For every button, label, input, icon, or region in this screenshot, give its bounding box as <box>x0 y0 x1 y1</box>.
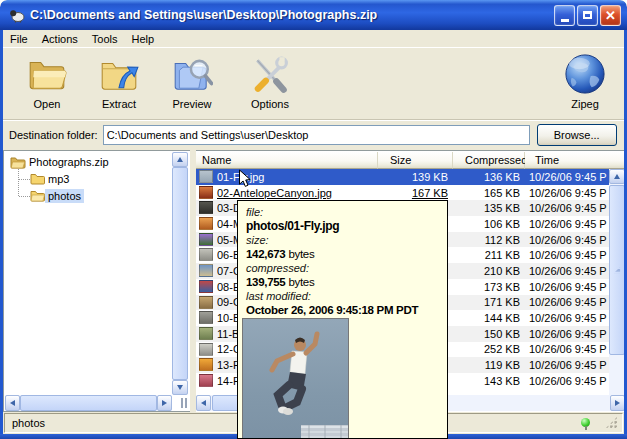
zipeg-window: C:\Documents and Settings\user\Desktop\P… <box>0 0 627 439</box>
preview-button[interactable]: Preview <box>160 51 224 116</box>
scroll-up-button[interactable] <box>172 152 188 167</box>
list-header: Name Size Compressed Time <box>196 152 624 169</box>
file-thumbnail-icon <box>199 186 213 199</box>
cell-comp: 211 KB <box>450 249 520 261</box>
tooltip-compressed-value: 139,755 bytes <box>246 275 439 289</box>
scrollbar-thumb[interactable] <box>20 395 157 411</box>
open-button[interactable]: Open <box>15 51 79 116</box>
tooltip-file-value: photos/01-Fly.jpg <box>246 219 439 233</box>
resize-grip[interactable] <box>605 416 618 429</box>
folder-icon <box>30 173 45 185</box>
table-row[interactable]: 02-AntelopeCanyon.jpg167 KB165 KB10/26/0… <box>196 185 609 201</box>
tree-item-photos[interactable]: photos <box>30 189 84 203</box>
file-thumbnail-icon <box>199 248 213 261</box>
menu-tools[interactable]: Tools <box>85 32 125 46</box>
arrow-up-icon <box>177 154 183 162</box>
cell-size: 139 KB <box>378 171 448 183</box>
zipeg-button-label: Zipeg <box>571 98 599 110</box>
menu-file[interactable]: File <box>3 32 35 46</box>
browse-button[interactable]: Browse... <box>537 124 617 146</box>
column-header-time[interactable]: Time <box>525 152 608 169</box>
cell-comp: 112 KB <box>450 234 520 246</box>
arrow-up-icon <box>614 171 620 179</box>
close-button[interactable]: ✕ <box>600 5 621 26</box>
toolbar: Open Extract Preview <box>3 47 624 118</box>
menu-actions[interactable]: Actions <box>35 32 85 46</box>
cell-size: 167 KB <box>378 187 448 199</box>
preview-folder-icon <box>171 53 213 95</box>
tooltip-modified-label: last modified: <box>246 289 439 303</box>
file-thumbnail-icon <box>199 280 213 293</box>
folder-tree-pane: Photographs.zip mp3 photos <box>3 150 190 412</box>
app-icon <box>9 7 25 23</box>
file-info-tooltip: file: photos/01-Fly.jpg size: 142,673 by… <box>237 200 448 439</box>
cell-time: 10/26/06 9:45 P <box>529 328 609 340</box>
cell-time: 10/26/06 9:45 P <box>529 171 609 183</box>
scroll-right-button[interactable] <box>157 395 172 411</box>
cell-comp: 150 KB <box>450 328 520 340</box>
mouse-cursor-icon <box>238 169 252 189</box>
window-border-left <box>0 28 3 439</box>
file-thumbnail-icon <box>199 374 213 387</box>
cell-comp: 119 KB <box>450 359 520 371</box>
options-button[interactable]: Options <box>238 51 302 116</box>
options-button-label: Options <box>251 98 289 110</box>
titlebar[interactable]: C:\Documents and Settings\user\Desktop\P… <box>0 0 627 30</box>
column-header-name[interactable]: Name <box>196 152 378 169</box>
arrow-right-icon <box>162 400 170 406</box>
file-thumbnail-icon <box>199 358 213 371</box>
column-header-compressed[interactable]: Compressed <box>453 152 525 169</box>
tooltip-compressed-label: compressed: <box>246 261 439 275</box>
destination-row: Destination folder: Browse... <box>3 119 624 150</box>
scrollbar-thumb[interactable] <box>172 167 188 380</box>
cell-comp: 143 KB <box>450 375 520 387</box>
window-title: C:\Documents and Settings\user\Desktop\P… <box>30 8 554 22</box>
cell-comp: 106 KB <box>450 218 520 230</box>
cell-time: 10/26/06 9:45 P <box>529 296 609 308</box>
tree-connector-line <box>18 167 19 197</box>
globe-icon <box>564 53 606 95</box>
preview-button-label: Preview <box>172 98 211 110</box>
file-thumbnail-icon <box>199 343 213 356</box>
maximize-icon <box>583 11 592 19</box>
file-thumbnail-icon <box>199 170 213 183</box>
tooltip-preview-photo <box>242 318 349 439</box>
scroll-up-button[interactable] <box>609 169 625 184</box>
file-thumbnail-icon <box>199 233 213 246</box>
tooltip-size-label: size: <box>246 233 439 247</box>
cell-comp: 165 KB <box>450 187 520 199</box>
maximize-button[interactable] <box>577 5 598 26</box>
file-thumbnail-icon <box>199 296 213 309</box>
scroll-left-button[interactable] <box>5 395 20 411</box>
file-thumbnail-icon <box>199 327 213 340</box>
column-header-blank <box>608 152 624 169</box>
arrow-right-icon <box>615 400 623 406</box>
cell-time: 10/26/06 9:45 P <box>529 187 609 199</box>
destination-input[interactable] <box>103 125 530 145</box>
list-vertical-scrollbar[interactable] <box>609 169 625 411</box>
file-thumbnail-icon <box>199 217 213 230</box>
cell-time: 10/26/06 9:45 P <box>529 265 609 277</box>
extract-button[interactable]: Extract <box>87 51 151 116</box>
tree-item-label: photos <box>45 189 84 203</box>
column-header-size[interactable]: Size <box>378 152 453 169</box>
status-text: photos <box>12 417 45 429</box>
file-thumbnail-icon <box>199 264 213 277</box>
cell-time: 10/26/06 9:45 P <box>529 375 609 387</box>
menu-help[interactable]: Help <box>125 32 162 46</box>
table-row[interactable]: 01-Fly.jpg139 KB136 KB10/26/06 9:45 P <box>196 169 609 185</box>
splitter-grip-icon[interactable] <box>178 398 190 409</box>
scroll-right-button[interactable] <box>610 395 625 411</box>
tree-vertical-scrollbar[interactable] <box>172 152 188 395</box>
scroll-down-button[interactable] <box>172 380 188 395</box>
tree-horizontal-scrollbar[interactable] <box>5 395 172 411</box>
tree-item-mp3[interactable]: mp3 <box>30 172 72 186</box>
tree-item-root[interactable]: Photographs.zip <box>10 155 112 169</box>
cell-time: 10/26/06 9:45 P <box>529 312 609 324</box>
scrollbar-thumb[interactable] <box>609 185 625 355</box>
minimize-button[interactable] <box>554 5 575 26</box>
menubar: File Actions Tools Help <box>3 30 624 47</box>
scroll-left-button[interactable] <box>196 395 211 411</box>
zipeg-button[interactable]: Zipeg <box>553 51 617 116</box>
arrow-down-icon <box>177 385 183 393</box>
